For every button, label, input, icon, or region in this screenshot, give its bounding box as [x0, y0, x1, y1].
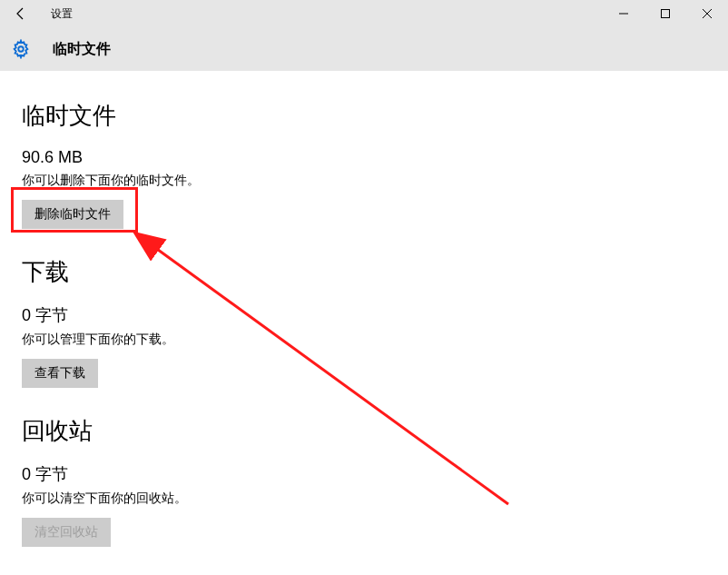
view-downloads-button[interactable]: 查看下载 [22, 359, 98, 388]
maximize-button[interactable] [644, 0, 686, 27]
temp-heading: 临时文件 [22, 100, 706, 132]
recycle-heading: 回收站 [22, 415, 706, 447]
downloads-heading: 下载 [22, 256, 706, 288]
close-button[interactable] [686, 0, 728, 27]
back-button[interactable] [0, 0, 42, 27]
gear-icon [11, 39, 31, 59]
window-title: 设置 [51, 6, 73, 22]
recycle-desc: 你可以清空下面你的回收站。 [22, 491, 706, 507]
temp-desc: 你可以删除下面你的临时文件。 [22, 173, 706, 189]
section-downloads: 下载 0 字节 你可以管理下面你的下载。 查看下载 [22, 256, 706, 388]
downloads-desc: 你可以管理下面你的下载。 [22, 332, 706, 348]
page-title: 临时文件 [53, 40, 111, 59]
recycle-size: 0 字节 [22, 463, 706, 485]
window-controls [603, 0, 728, 27]
section-temp-files: 临时文件 90.6 MB 你可以删除下面你的临时文件。 删除临时文件 [22, 100, 706, 229]
titlebar: 设置 [0, 0, 728, 27]
svg-rect-1 [662, 10, 670, 18]
delete-temp-button[interactable]: 删除临时文件 [22, 200, 123, 229]
empty-recycle-button[interactable]: 清空回收站 [22, 518, 111, 547]
downloads-size: 0 字节 [22, 304, 706, 326]
temp-size: 90.6 MB [22, 148, 706, 167]
minimize-button[interactable] [603, 0, 644, 27]
section-recycle-bin: 回收站 0 字节 你可以清空下面你的回收站。 清空回收站 [22, 415, 706, 547]
content-area: 临时文件 90.6 MB 你可以删除下面你的临时文件。 删除临时文件 下载 0 … [0, 71, 728, 575]
svg-point-4 [18, 46, 24, 52]
page-header: 临时文件 [0, 27, 728, 71]
